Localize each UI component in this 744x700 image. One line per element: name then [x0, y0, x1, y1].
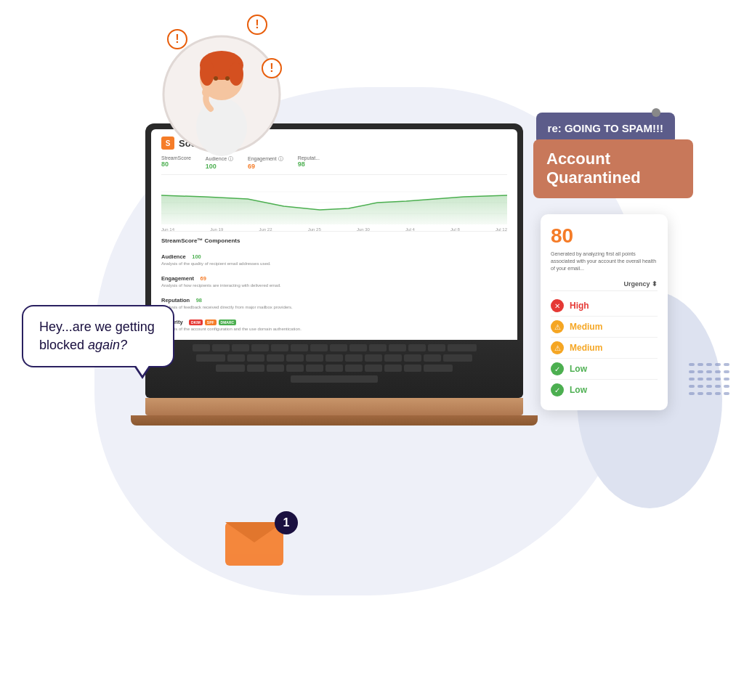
security-badges: DKIM SPF DMARC [189, 320, 236, 325]
component-score-1: 69 [200, 275, 206, 282]
badge-dkim: DKIM [189, 320, 203, 325]
urgency-label-4: Low [570, 385, 587, 395]
badge-spf: SPF [205, 320, 217, 325]
key [443, 354, 472, 362]
exclamation-icon-2: ! [247, 15, 267, 35]
email-envelope [225, 522, 283, 566]
laptop-bottom [131, 415, 538, 426]
component-row-audience: Audience 100 Analysis of the quality of … [161, 248, 507, 266]
component-desc-2: Analysis of feedback received directly f… [161, 305, 507, 309]
urgency-label-3: Low [570, 364, 587, 374]
svg-point-5 [229, 62, 243, 86]
exclamation-icon-1: ! [167, 29, 187, 49]
urgency-header-label: Urgency ⬍ [623, 280, 658, 288]
chart-label-0: Jun 14 [161, 227, 174, 232]
component-desc-3: Analysis of the account configuration an… [161, 327, 507, 331]
speech-bubble: Hey...are we getting blocked again? [22, 305, 174, 367]
key [365, 354, 382, 362]
chart-label-4: Jun 30 [357, 227, 370, 232]
urgency-icon-low-2: ✓ [551, 383, 564, 396]
spacebar-key [291, 375, 378, 383]
component-name-0: Audience [161, 253, 186, 260]
exclamation-icon-3: ! [262, 58, 282, 78]
components-section: StreamScore™ Components Audience 100 Ana… [161, 237, 507, 331]
key [424, 354, 441, 362]
urgency-label-2: Medium [570, 343, 602, 353]
quarantined-text: Account Quarantined [546, 150, 641, 187]
chart-label-2: Jun 22 [259, 227, 272, 232]
key [247, 354, 264, 362]
svg-point-6 [214, 76, 218, 81]
decorative-dashes-right [689, 363, 729, 399]
spam-card-dot [652, 108, 660, 117]
key [389, 344, 406, 351]
quarantined-card: Account Quarantined [533, 139, 693, 198]
laptop-base [145, 398, 523, 415]
score-description: Generated by analyzing first all points … [551, 251, 658, 272]
component-row-security: Security DKIM SPF DMARC Analysis of the … [161, 314, 507, 331]
key [384, 354, 402, 362]
component-name-1: Engagement [161, 275, 194, 282]
urgency-label-1: Medium [570, 322, 602, 332]
key [404, 354, 421, 362]
key [286, 365, 304, 372]
urgency-icon-low-1: ✓ [551, 362, 564, 375]
email-notification: 1 [225, 522, 291, 566]
badge-dmarc: DMARC [219, 320, 237, 325]
urgency-row-2: ⚠ Medium [551, 338, 658, 359]
key [247, 365, 264, 372]
notification-count: 1 [283, 516, 290, 529]
chart-area: Jun 14 Jun 19 Jun 22 Jun 25 Jun 30 Jul 4… [161, 181, 507, 232]
component-row-reputation: Reputation 98 Analysis of feedback recei… [161, 292, 507, 309]
key [349, 344, 367, 351]
chart-label-1: Jun 19 [210, 227, 223, 232]
component-name-2: Reputation [161, 297, 190, 304]
urgency-table: Urgency ⬍ ✕ High ⚠ Medium ⚠ Medium ✓ Low… [551, 280, 658, 400]
key [345, 365, 363, 372]
key [196, 354, 225, 362]
key [448, 344, 477, 351]
speech-text-italic: again? [88, 338, 127, 352]
key [428, 344, 445, 351]
urgency-label-0: High [570, 301, 589, 311]
component-score-2: 98 [196, 297, 202, 304]
key [326, 365, 343, 372]
svg-point-9 [202, 87, 212, 97]
svg-point-1 [196, 98, 247, 156]
key [267, 354, 284, 362]
key [306, 354, 323, 362]
chart-label-6: Jul 8 [450, 227, 460, 232]
key [212, 344, 230, 351]
key [291, 344, 308, 351]
key [384, 365, 402, 372]
components-title: StreamScore™ Components [161, 237, 507, 244]
urgency-icon-medium-2: ⚠ [551, 341, 564, 354]
key [404, 365, 421, 372]
component-row-engagement: Engagement 69 Analysis of how recipients… [161, 270, 507, 288]
chart-label-3: Jun 25 [308, 227, 321, 232]
urgency-header: Urgency ⬍ [551, 280, 658, 291]
urgency-row-0: ✕ High [551, 296, 658, 317]
component-desc-1: Analysis of how recipients are interacti… [161, 283, 507, 288]
chart-label-5: Jul 4 [405, 227, 415, 232]
score-card: 80 Generated by analyzing first all poin… [541, 214, 668, 410]
key [227, 354, 245, 362]
key [306, 365, 323, 372]
svg-point-7 [225, 76, 230, 81]
chart-labels: Jun 14 Jun 19 Jun 22 Jun 25 Jun 30 Jul 4… [161, 227, 507, 232]
key [330, 344, 347, 351]
key [271, 344, 288, 351]
metric-label-3: Reputat... [298, 155, 320, 160]
key [310, 344, 328, 351]
key [232, 344, 249, 351]
key [345, 354, 363, 362]
chart-svg [161, 181, 507, 224]
metric-reputation: Reputat... 98 [298, 155, 320, 170]
key [251, 344, 269, 351]
svg-point-8 [213, 87, 230, 99]
key [267, 365, 284, 372]
urgency-row-3: ✓ Low [551, 359, 658, 380]
component-desc-0: Analysis of the quality of recipient ema… [161, 261, 507, 266]
key [424, 365, 453, 372]
metric-value-3: 98 [298, 160, 320, 168]
